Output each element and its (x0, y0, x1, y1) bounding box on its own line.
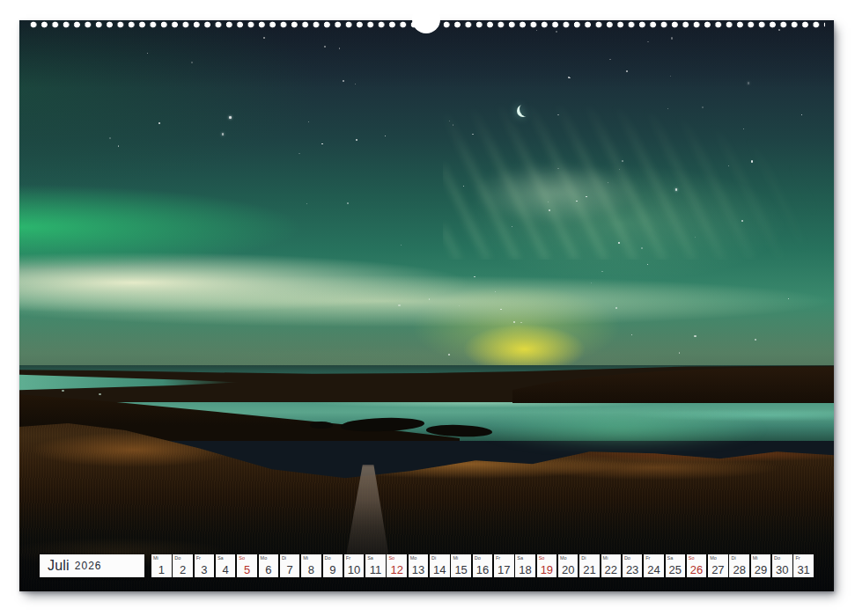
day-cell-21: Di21 (579, 554, 600, 577)
day-number: 15 (451, 564, 471, 576)
weekday-label: So (689, 556, 695, 561)
day-cell-20: Mo20 (558, 554, 579, 577)
distant-light (62, 390, 64, 392)
weekday-label: Fr (346, 556, 350, 561)
weekday-label: Do (475, 556, 481, 561)
day-cell-1: Mi1 (151, 554, 172, 577)
day-cell-7: Di7 (280, 554, 300, 577)
day-cell-31: Fr31 (793, 554, 814, 577)
weekday-label: Mi (753, 556, 758, 561)
day-cell-14: Di14 (430, 554, 450, 577)
day-number: 18 (515, 564, 535, 576)
weekday-label: Mi (603, 556, 608, 561)
day-cells: Mi1Do2Fr3Sa4So5Mo6Di7Mi8Do9Fr10Sa11So12M… (151, 554, 814, 577)
day-cell-6: Mo6 (259, 554, 279, 577)
day-number: 23 (623, 564, 643, 576)
day-number: 26 (687, 564, 707, 576)
distant-light (99, 393, 101, 395)
weekday-label: Do (774, 556, 780, 561)
day-cell-5: So5 (237, 554, 257, 577)
day-cell-4: Sa4 (216, 554, 236, 577)
day-number: 4 (216, 564, 236, 576)
weekday-label: Sa (217, 556, 224, 561)
day-number: 31 (793, 564, 814, 576)
weekday-label: Fr (496, 556, 500, 561)
island (310, 422, 333, 429)
day-cell-27: Mo27 (708, 554, 728, 577)
calendar-page: Juli 2026 Mi1Do2Fr3Sa4So5Mo6Di7Mi8Do9Fr1… (19, 20, 834, 591)
day-number: 29 (751, 564, 771, 576)
weekday-label: Di (581, 556, 586, 561)
day-cell-11: Sa11 (365, 554, 386, 577)
day-cell-10: Fr10 (344, 554, 365, 577)
weekday-label: Do (174, 556, 181, 561)
weekday-label: Mo (261, 556, 268, 561)
weekday-label: Mo (710, 556, 717, 561)
day-number: 8 (301, 564, 321, 576)
weekday-label: Di (731, 556, 735, 561)
weekday-label: So (239, 556, 245, 561)
day-cell-28: Di28 (729, 554, 749, 577)
day-cell-2: Do2 (173, 554, 193, 577)
weekday-label: Di (431, 556, 436, 561)
weekday-label: Fr (196, 556, 201, 561)
weekday-label: Sa (517, 556, 523, 561)
weekday-label: Mi (153, 556, 158, 561)
month-year-box: Juli 2026 (40, 554, 144, 577)
day-number: 17 (494, 564, 514, 576)
day-number: 9 (323, 564, 343, 576)
day-number: 12 (387, 564, 407, 576)
day-cell-9: Do9 (323, 554, 343, 577)
day-number: 14 (430, 564, 450, 576)
day-number: 11 (365, 564, 386, 576)
day-cell-30: Do30 (772, 554, 792, 577)
weekday-label: Fr (795, 556, 800, 561)
day-number: 21 (579, 564, 600, 576)
day-number: 13 (409, 564, 429, 576)
day-cell-17: Fr17 (494, 554, 514, 577)
day-number: 28 (729, 564, 749, 576)
day-number: 27 (708, 564, 728, 576)
month-label: Juli (48, 558, 70, 574)
weekday-label: Mo (410, 556, 417, 561)
day-cell-13: Mo13 (409, 554, 429, 577)
calendar-strip: Juli 2026 Mi1Do2Fr3Sa4So5Mo6Di7Mi8Do9Fr1… (19, 554, 834, 577)
day-cell-16: Do16 (473, 554, 493, 577)
day-cell-15: Mi15 (451, 554, 471, 577)
weekday-label: Fr (645, 556, 650, 561)
day-number: 3 (195, 564, 215, 576)
day-number: 2 (173, 564, 193, 576)
weekday-label: Do (624, 556, 630, 561)
weekday-label: Sa (667, 556, 674, 561)
day-number: 10 (344, 564, 365, 576)
day-cell-24: Fr24 (644, 554, 664, 577)
weekday-label: Mo (560, 556, 567, 561)
day-number: 7 (280, 564, 300, 576)
aurora-reflection (477, 407, 768, 451)
stars-field (19, 20, 834, 372)
day-cell-12: So12 (387, 554, 407, 577)
day-cell-25: Sa25 (666, 554, 686, 577)
day-number: 19 (537, 564, 557, 576)
day-number: 24 (644, 564, 664, 576)
day-number: 25 (666, 564, 686, 576)
day-cell-19: So19 (537, 554, 557, 577)
weekday-label: So (539, 556, 545, 561)
hanger-hole (412, 5, 440, 33)
day-number: 1 (151, 564, 172, 576)
day-cell-3: Fr3 (195, 554, 215, 577)
day-number: 6 (259, 564, 279, 576)
day-cell-23: Do23 (623, 554, 643, 577)
day-cell-22: Mi22 (601, 554, 622, 577)
weekday-label: Di (282, 556, 286, 561)
day-number: 5 (237, 564, 257, 576)
day-number: 30 (772, 564, 792, 576)
day-number: 22 (601, 564, 622, 576)
weekday-label: So (388, 556, 394, 561)
weekday-label: Mi (453, 556, 458, 561)
crescent-moon (520, 101, 535, 117)
weekday-label: Mi (303, 556, 308, 561)
day-cell-18: Sa18 (515, 554, 535, 577)
photo-aurora-landscape (19, 20, 834, 591)
day-cell-26: So26 (687, 554, 707, 577)
